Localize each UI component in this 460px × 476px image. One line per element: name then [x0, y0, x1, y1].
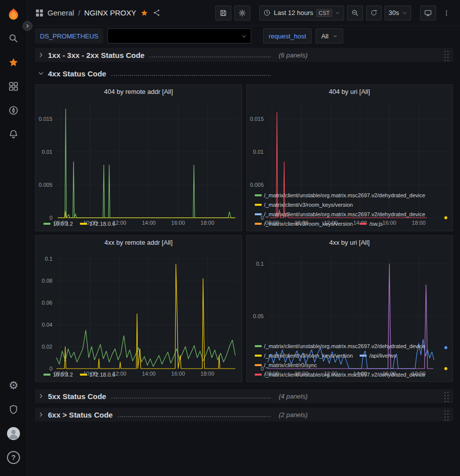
legend: 10.0.3.2172.18.0.6: [35, 370, 242, 382]
legend-label: /_matrix/client/unstable/org.matrix.msc2…: [264, 191, 426, 199]
panel-title[interactable]: 404 by uri [All]: [247, 85, 453, 98]
svg-text:0.015: 0.015: [38, 116, 52, 122]
legend-item[interactable]: /_matrix/client/unstable/org.matrix.msc2…: [255, 210, 426, 218]
dashboard-toolbar: Last 12 hours CST 30s: [215, 5, 454, 20]
sidebar-item-alerting[interactable]: [3, 126, 23, 143]
sidebar-item-search[interactable]: [3, 30, 23, 47]
legend: 10.0.3.2172.18.0.6: [35, 219, 242, 231]
legend-swatch: [360, 223, 367, 225]
row-drag-handle[interactable]: [443, 390, 449, 402]
share-icon[interactable]: [152, 8, 161, 17]
legend-swatch: [80, 374, 87, 376]
legend-swatch: [360, 355, 367, 357]
sidebar-item-profile[interactable]: [3, 425, 23, 442]
variable-select-request-host[interactable]: All: [316, 28, 343, 43]
dashboard-title[interactable]: NGINX PROXY: [84, 8, 136, 17]
tv-mode-button[interactable]: [420, 5, 436, 20]
row-1xx-3xx-2xx-status-code[interactable]: 1xx - 3xx - 2xx Status Code (6 panels): [35, 48, 453, 62]
panel-title[interactable]: 4xx by remote addr [All]: [35, 236, 242, 249]
legend-item[interactable]: /api/live/ws: [360, 352, 396, 360]
legend-swatch: [255, 364, 262, 366]
legend: /_matrix/client/unstable/org.matrix.msc2…: [247, 341, 453, 382]
row-drag-handle[interactable]: [443, 49, 449, 61]
svg-text:0.1: 0.1: [256, 261, 263, 267]
chevron-right-icon: [25, 23, 30, 28]
chevron-down-icon: [333, 33, 338, 38]
legend-item[interactable]: 172.18.0.6: [80, 220, 115, 228]
row-title-wrap: 4xx Status Code: [37, 69, 276, 78]
legend-swatch: [255, 345, 262, 347]
breadcrumb-folder[interactable]: General: [47, 8, 74, 17]
legend-label: /_matrix/client/v3/room_keys/version: [264, 220, 353, 228]
sidebar-item-explore[interactable]: [3, 102, 23, 119]
dashboard-settings-button[interactable]: [234, 5, 250, 20]
time-range-picker[interactable]: Last 12 hours CST: [259, 5, 344, 20]
panel-title[interactable]: 4xx by uri [All]: [247, 236, 453, 249]
chart-404-by-uri[interactable]: 00.0050.010.01508:0010:0012:0014:0016:00…: [247, 98, 453, 190]
more-options-button[interactable]: [439, 5, 454, 20]
sidebar-item-dashboards[interactable]: [3, 78, 23, 95]
row-dotted-leader: [111, 74, 271, 76]
row-dotted-leader: [111, 397, 271, 399]
row-dotted-leader: [149, 55, 271, 57]
row-drag-handle[interactable]: [443, 409, 449, 421]
legend-label: /api/live/ws: [369, 352, 396, 360]
legend-label: /_matrix/client/v3/room_keys/version: [264, 201, 353, 209]
row-6xx-status-code[interactable]: 6xx > Status Code (2 panels): [35, 408, 453, 422]
sidebar-item-server-admin[interactable]: [3, 401, 23, 418]
zoom-out-button[interactable]: [347, 5, 363, 20]
panel-404-by-remote-addr: 404 by remote addr [All] 00.0050.010.015…: [35, 84, 242, 231]
legend-label: /_matrix/client/unstable/org.matrix.msc2…: [264, 210, 426, 218]
variable-select-ds-prometheus[interactable]: [107, 28, 251, 43]
monitor-icon: [424, 9, 432, 17]
legend-item[interactable]: 10.0.3.2: [43, 371, 73, 379]
legend-item[interactable]: /sw.js: [360, 220, 383, 228]
legend-item[interactable]: 172.18.0.6: [80, 371, 115, 379]
chevron-down-icon: [37, 69, 45, 77]
row-dotted-leader: [118, 415, 271, 417]
dashboards-grid-icon: [8, 81, 19, 92]
sidebar-item-help[interactable]: ?: [3, 449, 23, 466]
legend-label: /_matrix/client/v3/room_keys/version: [264, 352, 353, 360]
legend-swatch: [255, 223, 262, 225]
sidebar-item-configuration[interactable]: ⚙: [3, 377, 23, 394]
refresh-interval-dropdown[interactable]: 30s: [385, 5, 411, 20]
chart-4xx-by-remote-addr[interactable]: 00.020.040.060.080.108:0010:0012:0014:00…: [35, 249, 242, 370]
legend-item[interactable]: /_matrix/client/r0/sync: [255, 361, 317, 369]
legend-swatch: [255, 194, 262, 196]
help-icon: ?: [7, 451, 20, 464]
legend-item[interactable]: /_matrix/client/v3/room_keys/version: [255, 352, 353, 360]
legend-item[interactable]: /_matrix/client/v3/room_keys/version: [255, 201, 353, 209]
grafana-logo[interactable]: [3, 6, 23, 23]
row-title-wrap: 6xx > Status Code: [37, 411, 276, 419]
clock-icon: [263, 9, 271, 16]
sidebar-bottom-group: ⚙ ?: [3, 377, 23, 476]
row-5xx-status-code[interactable]: 5xx Status Code (4 panels): [35, 389, 453, 403]
legend-swatch: [255, 213, 262, 215]
row-title: 6xx > Status Code: [48, 411, 113, 419]
chevron-down-icon: [402, 10, 407, 15]
chart-4xx-by-uri[interactable]: 00.050.108:0010:0012:0014:0016:0018:00: [247, 249, 453, 341]
legend-item[interactable]: /_matrix/client/unstable/org.matrix.msc2…: [255, 191, 426, 199]
chart-404-by-remote-addr[interactable]: 00.0050.010.01508:0010:0012:0014:0016:00…: [35, 98, 242, 219]
legend-item[interactable]: /_matrix/client/v3/room_keys/version: [255, 220, 353, 228]
avatar: [7, 427, 20, 440]
favorite-star-icon[interactable]: [140, 9, 148, 17]
row-title: 5xx Status Code: [48, 392, 106, 401]
variables-bar: DS_PROMETHEUS request_host All: [27, 26, 460, 46]
legend-item[interactable]: /_matrix/client/unstable/org.matrix.msc2…: [255, 342, 426, 350]
refresh-icon: [370, 9, 378, 16]
legend-item[interactable]: 10.0.3.2: [43, 220, 73, 228]
sidebar-collapse-button[interactable]: [22, 21, 32, 31]
compass-icon: [8, 105, 19, 116]
save-icon: [219, 9, 227, 17]
refresh-button[interactable]: [366, 5, 382, 20]
panel-title[interactable]: 404 by remote addr [All]: [35, 85, 242, 98]
row-4xx-status-code[interactable]: 4xx Status Code: [35, 66, 453, 80]
save-dashboard-button[interactable]: [215, 5, 231, 20]
variable-value-request-host: All: [321, 32, 328, 40]
breadcrumb-separator: /: [78, 8, 80, 17]
sidebar-item-starred[interactable]: [3, 54, 23, 71]
gear-icon: [238, 9, 246, 17]
legend-item[interactable]: /_matrix/client/unstable/org.matrix.msc2…: [255, 371, 426, 379]
